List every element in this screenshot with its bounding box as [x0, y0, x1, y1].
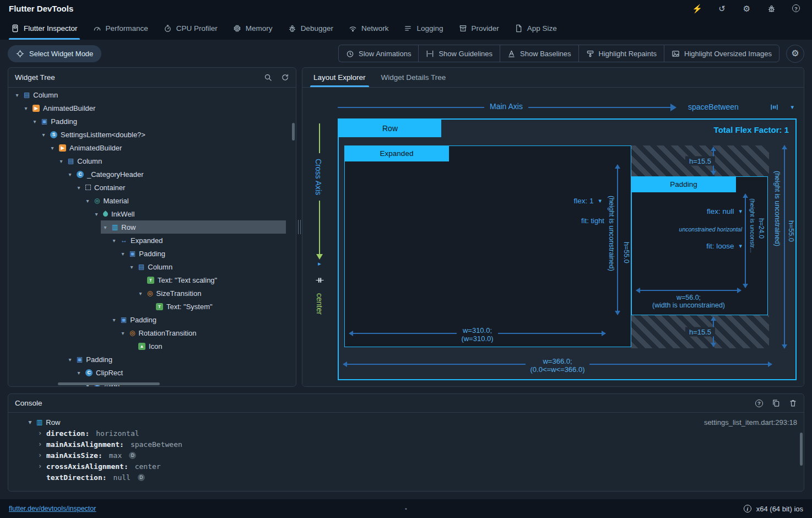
tab-cpu-profiler[interactable]: CPU Profiler [156, 17, 225, 40]
tree-horizontal-scrollbar[interactable] [58, 382, 160, 385]
tree-node-inkwell[interactable]: ▾InkWell [8, 207, 296, 220]
padding-flex-dropdown[interactable]: flex: null ▾ [707, 207, 742, 215]
highlight-oversized-images-button[interactable]: Highlight Oversized Images [664, 45, 779, 62]
tree-node-padding[interactable]: ▾▣Padding [8, 247, 296, 260]
expander-chevron-icon[interactable]: ▾ [67, 171, 73, 177]
main-axis-alignment-dropdown[interactable]: spaceBetween ▾ [688, 102, 794, 111]
console-clear-button[interactable] [789, 399, 797, 407]
slow-animations-button[interactable]: Slow Animations [338, 45, 418, 62]
tab-network[interactable]: Network [341, 17, 397, 40]
expander-chevron-icon[interactable]: › [37, 429, 43, 437]
expander-chevron-icon[interactable]: ▾ [58, 158, 64, 164]
tree-node-material[interactable]: ▾◎Material [8, 194, 296, 207]
expander-chevron-icon[interactable]: ▾ [111, 238, 117, 244]
expander-chevron-icon[interactable]: ▾ [31, 118, 38, 125]
history-icon: ↺ [718, 4, 726, 13]
tree-node-column[interactable]: ▾▤Column [8, 260, 296, 273]
tab-memory[interactable]: Memory [225, 17, 280, 40]
expanded-flex-dropdown[interactable]: flex: 1 ▾ [573, 197, 602, 205]
console-property[interactable]: ›crossAxisAlignment:center [15, 461, 797, 472]
expander-chevron-icon[interactable]: ▾ [120, 251, 126, 257]
tree-node-padding[interactable]: ▾▣Padding [8, 115, 296, 128]
tree-node-label: Icon [149, 342, 163, 350]
expander-chevron-icon[interactable]: ▾ [102, 224, 109, 230]
expander-chevron-icon[interactable]: ▾ [75, 370, 82, 376]
tree-node-sizetransition[interactable]: ▾◎SizeTransition [8, 287, 296, 300]
console-property[interactable]: ›mainAxisAlignment:spaceBetween [15, 439, 797, 450]
tree-vertical-scrollbar[interactable] [292, 123, 295, 141]
tree-node-expanded[interactable]: ▾↔Expanded [8, 234, 296, 247]
tree-node-rotationtransition[interactable]: ▾◎RotationTransition [8, 326, 296, 339]
padding-widget-icon: ▣ [129, 250, 136, 257]
tab-flutter-inspector[interactable]: Flutter Inspector [3, 17, 85, 40]
expander-chevron-icon[interactable]: ▾ [128, 264, 135, 270]
inspector-settings-button[interactable]: ⚙ [786, 45, 804, 63]
console-help-button[interactable]: ? [755, 399, 763, 407]
tab-widget-details-tree[interactable]: Widget Details Tree [373, 68, 454, 87]
tree-node-padding[interactable]: ▾▣Padding [8, 353, 296, 366]
tab-provider[interactable]: Provider [451, 17, 507, 40]
console-property[interactable]: ›direction:horizontal [15, 428, 797, 439]
expander-chevron-icon[interactable]: ▾ [49, 145, 56, 151]
history-button[interactable]: ↺ [718, 4, 726, 13]
expanded-widget-tab[interactable]: Expanded [344, 145, 449, 161]
flash-button[interactable]: ⚡ [693, 4, 701, 13]
tree-node-settingslistitem-double[interactable]: ▾SSettingsListItem<double?> [8, 128, 296, 141]
tab-app-size[interactable]: App Size [507, 17, 565, 40]
show-guidelines-button[interactable]: Show Guidelines [418, 45, 500, 62]
tree-node-row[interactable]: ▾▥Row [8, 220, 296, 234]
tree-node-animatedbuilder[interactable]: ▾▶AnimatedBuilder [8, 141, 296, 154]
highlight-repaints-button[interactable]: Highlight Repaints [578, 45, 664, 62]
console-property[interactable]: textDirection:nullD [15, 472, 797, 483]
cross-axis-alignment-value: center [315, 293, 324, 315]
expander-chevron-icon[interactable]: ▾ [84, 198, 91, 204]
tree-node-column[interactable]: ▾▤Column [8, 154, 296, 168]
expander-chevron-icon[interactable]: ▾ [23, 105, 29, 111]
tab-performance[interactable]: Performance [85, 17, 156, 40]
console-selected-widget-line[interactable]: ▾▥Rowsettings_list_item.dart:293:18 [15, 417, 797, 428]
tree-node-text-system[interactable]: TText: "System" [8, 300, 296, 313]
tree-node-icon[interactable]: ▲Icon [8, 339, 296, 353]
panel-splitter[interactable] [296, 67, 302, 387]
expander-chevron-icon[interactable]: ▾ [111, 317, 117, 323]
console-scrollbar[interactable] [800, 433, 803, 466]
settings-button[interactable]: ⚙ [743, 4, 751, 13]
row-widget-tab[interactable]: Row [339, 120, 441, 137]
tree-node-container[interactable]: ▾Container [8, 181, 296, 194]
expander-chevron-icon[interactable]: ▾ [120, 330, 126, 336]
expander-chevron-icon[interactable]: ▾ [40, 132, 47, 138]
source-location-link[interactable]: settings_list_item.dart:293:18 [704, 418, 797, 427]
tree-node-text-text-scaling[interactable]: TText: "Text scaling" [8, 273, 296, 287]
select-widget-mode-button[interactable]: Select Widget Mode [8, 45, 101, 62]
tree-node-column[interactable]: ▾▤Column [8, 88, 296, 101]
show-baselines-button[interactable]: Show Baselines [500, 45, 578, 62]
expander-chevron-icon[interactable]: ▾ [137, 290, 144, 296]
expander-chevron-icon[interactable]: ▾ [93, 211, 100, 217]
tree-node-padding[interactable]: ▾▣Padding [8, 313, 296, 326]
expander-chevron-icon[interactable]: › [37, 462, 43, 470]
tree-node-categoryheader[interactable]: ▾C_CategoryHeader [8, 168, 296, 181]
tab-debugger[interactable]: Debugger [280, 17, 341, 40]
tree-node-animatedbuilder[interactable]: ▾▶AnimatedBuilder [8, 101, 296, 115]
expander-chevron-icon[interactable]: › [37, 451, 43, 459]
padding-fit-dropdown[interactable]: fit: loose ▾ [706, 242, 742, 250]
expander-chevron-icon[interactable]: ▾ [75, 185, 82, 191]
tab-logging[interactable]: Logging [396, 17, 451, 40]
logging-icon [404, 24, 412, 33]
tree-refresh-button[interactable] [281, 73, 289, 82]
console-property[interactable]: ›mainAxisSize:maxD [15, 450, 797, 461]
refresh-icon [281, 73, 289, 82]
tree-node-cliprect[interactable]: ▾CClipRect [8, 366, 296, 379]
expander-chevron-icon[interactable]: ▾ [14, 92, 20, 98]
cross-axis-alignment-dropdown[interactable]: ▸ center [312, 260, 327, 315]
expander-chevron-icon[interactable]: ▾ [67, 357, 73, 363]
expander-chevron-icon[interactable]: ▾ [27, 418, 33, 426]
expander-chevron-icon[interactable]: › [37, 440, 43, 448]
report-bug-button[interactable] [767, 4, 776, 13]
console-copy-button[interactable] [772, 399, 780, 407]
tree-search-button[interactable] [264, 73, 272, 82]
padding-widget-tab[interactable]: Padding [631, 176, 736, 192]
help-button[interactable]: ? [792, 4, 800, 12]
tab-layout-explorer[interactable]: Layout Explorer [306, 68, 373, 87]
devtools-docs-link[interactable]: flutter.dev/devtools/inspector [9, 505, 96, 512]
